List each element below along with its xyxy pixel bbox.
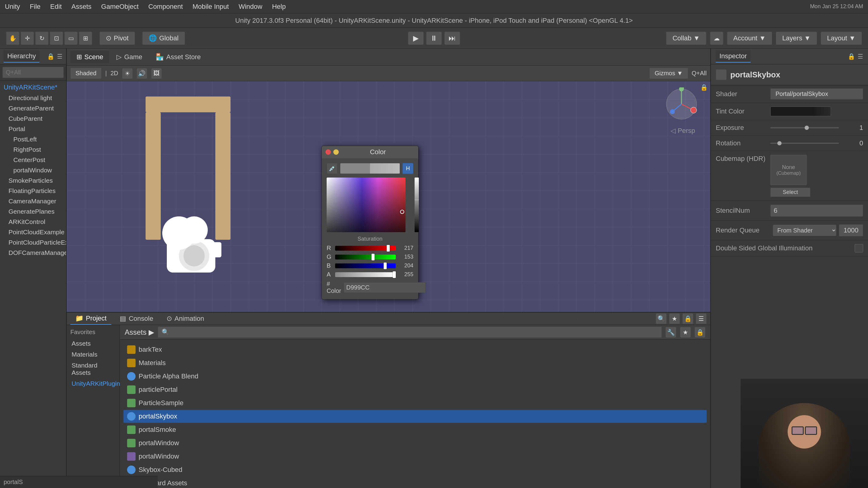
move-tool[interactable]: ✛: [21, 32, 34, 45]
menu-help[interactable]: Help: [272, 3, 286, 10]
hierarchy-item-portal[interactable]: Portal: [0, 124, 66, 134]
tint-color-swatch[interactable]: [770, 107, 831, 116]
hierarchy-item-dof[interactable]: DOFCameraManager: [0, 248, 66, 258]
cp-hex-input[interactable]: [344, 282, 426, 293]
favorites-standard[interactable]: Standard Assets: [70, 360, 116, 378]
hierarchy-item-postleft[interactable]: PostLeft: [0, 134, 66, 144]
assets-search-input[interactable]: [158, 326, 662, 338]
rect-tool[interactable]: ▭: [64, 32, 78, 45]
hierarchy-item-floatingparticles[interactable]: FloatingParticles: [0, 186, 66, 196]
menu-unity[interactable]: Unity: [5, 3, 20, 10]
assets-star-btn[interactable]: ★: [680, 327, 691, 338]
hierarchy-item-scene[interactable]: UnityARKitScene*: [0, 82, 66, 93]
color-picker-close[interactable]: [326, 149, 331, 155]
cubemap-none-btn[interactable]: None (Cubemap): [770, 155, 807, 185]
hierarchy-tab[interactable]: Hierarchy: [4, 50, 39, 62]
hierarchy-item-directional-light[interactable]: Directional light: [0, 93, 66, 103]
render-queue-num-input[interactable]: [839, 224, 863, 236]
hierarchy-item-portalwindow[interactable]: portalWindow: [0, 165, 66, 175]
scene-2d-btn[interactable]: 2D: [111, 70, 118, 77]
scene-lock-icon[interactable]: 🔒: [700, 84, 708, 91]
asset-standard-assets[interactable]: Standard Assets: [123, 477, 707, 488]
asset-particle-sample[interactable]: ParticleSample: [123, 397, 707, 409]
lock-btn[interactable]: 🔒: [682, 313, 693, 324]
exposure-slider[interactable]: [770, 127, 839, 128]
asset-portal-window-1[interactable]: portalWindow: [123, 437, 707, 450]
cp-hdr-btn[interactable]: H: [402, 163, 413, 174]
hierarchy-item-smokeparticles[interactable]: SmokeParticles: [0, 175, 66, 186]
layers-button[interactable]: Layers ▼: [776, 32, 817, 45]
inspector-tab[interactable]: Inspector: [716, 50, 751, 62]
star-btn[interactable]: ★: [669, 313, 680, 324]
cp-r-slider[interactable]: [335, 246, 396, 251]
hierarchy-menu-icon[interactable]: ☰: [57, 53, 62, 60]
project-tab[interactable]: 📁 Project: [70, 313, 111, 325]
assets-filter-btn[interactable]: 🔧: [665, 327, 676, 338]
account-button[interactable]: Account ▼: [727, 32, 772, 45]
hierarchy-item-pointcloud[interactable]: PointCloudExample: [0, 227, 66, 237]
hierarchy-item-generateplanes[interactable]: GeneratePlanes: [0, 206, 66, 217]
scene-audio-btn[interactable]: 🔊: [136, 68, 147, 79]
favorites-assets[interactable]: Assets: [70, 338, 116, 349]
cp-eyedropper[interactable]: 💉: [327, 163, 338, 174]
scene-tab-scene[interactable]: ⊞ Scene: [70, 51, 109, 63]
global-button[interactable]: 🌐 Global: [142, 32, 185, 45]
asset-particle-alpha[interactable]: Particle Alpha Blend: [123, 370, 707, 383]
scale-tool[interactable]: ⊡: [50, 32, 63, 45]
menu-btn[interactable]: ☰: [696, 313, 707, 324]
menu-component[interactable]: Component: [148, 3, 183, 10]
favorites-materials[interactable]: Materials: [70, 349, 116, 360]
scene-effects-btn[interactable]: 🖼: [151, 68, 162, 79]
transform-tool[interactable]: ⊞: [79, 32, 92, 45]
menu-assets[interactable]: Assets: [71, 3, 92, 10]
cloud-button[interactable]: ☁: [710, 32, 723, 45]
hierarchy-item-generate-parent[interactable]: GenerateParent: [0, 103, 66, 114]
inspector-lock-icon[interactable]: 🔒: [848, 53, 855, 60]
hierarchy-item-cameramanager[interactable]: CameraManager: [0, 196, 66, 206]
asset-barktex[interactable]: barkTex: [123, 343, 707, 356]
hierarchy-item-arkitcontrol[interactable]: ARKitControl: [0, 217, 66, 227]
hierarchy-search-input[interactable]: [2, 67, 64, 78]
menu-file[interactable]: File: [30, 3, 40, 10]
inspector-menu-icon[interactable]: ☰: [858, 53, 863, 60]
cubemap-select-btn[interactable]: Select: [770, 188, 810, 197]
rotation-slider[interactable]: [770, 143, 839, 144]
cp-brightness-slider[interactable]: [414, 177, 419, 232]
search-btn[interactable]: 🔍: [656, 313, 666, 324]
shaded-button[interactable]: Shaded: [70, 68, 102, 79]
assets-lock-btn[interactable]: 🔒: [694, 327, 706, 338]
asset-portal-skybox[interactable]: portalSkybox: [123, 410, 707, 423]
hierarchy-item-centerpost[interactable]: CenterPost: [0, 155, 66, 165]
pivot-button[interactable]: ⊙ Pivot: [99, 32, 135, 45]
favorites-plugin[interactable]: UnityARKitPlugin: [70, 378, 116, 389]
rotate-tool[interactable]: ↻: [35, 32, 49, 45]
cp-g-slider[interactable]: [335, 255, 396, 259]
asset-portal-window-2[interactable]: portalWindow: [123, 450, 707, 463]
double-sided-gi-checkbox[interactable]: [855, 244, 863, 253]
cp-gradient-main[interactable]: [327, 177, 405, 232]
console-tab[interactable]: ▤ Console: [115, 313, 158, 324]
asset-particle-portal[interactable]: particlePortal: [123, 383, 707, 396]
hierarchy-item-rightpost[interactable]: RightPost: [0, 144, 66, 155]
asset-materials[interactable]: Materials: [123, 356, 707, 369]
color-picker-minimize[interactable]: [333, 149, 339, 155]
play-button[interactable]: ▶: [408, 32, 424, 45]
menu-edit[interactable]: Edit: [50, 3, 62, 10]
menu-window[interactable]: Window: [239, 3, 262, 10]
menu-gameobject[interactable]: GameObject: [101, 3, 139, 10]
hierarchy-item-pointcloud-particle[interactable]: PointCloudParticleExample: [0, 237, 66, 248]
hand-tool[interactable]: ✋: [6, 32, 20, 45]
scene-lighting-btn[interactable]: ☀: [122, 68, 133, 79]
menu-mobile-input[interactable]: Mobile Input: [193, 3, 229, 10]
animation-tab[interactable]: ⊙ Animation: [162, 313, 209, 324]
stencil-input[interactable]: [770, 205, 863, 217]
cp-b-slider[interactable]: [335, 263, 396, 268]
layout-button[interactable]: Layout ▼: [821, 32, 862, 45]
render-queue-select[interactable]: From Shader: [773, 225, 836, 236]
asset-portal-smoke[interactable]: portalSmoke: [123, 423, 707, 436]
scene-tab-asset-store[interactable]: 🏪 Asset Store: [150, 51, 207, 63]
shader-dropdown[interactable]: Portal/portalSkybox: [770, 88, 863, 99]
collab-button[interactable]: Collab ▼: [666, 32, 706, 45]
hierarchy-item-cube-parent[interactable]: CubeParent: [0, 114, 66, 124]
step-button[interactable]: ⏭: [444, 32, 460, 45]
